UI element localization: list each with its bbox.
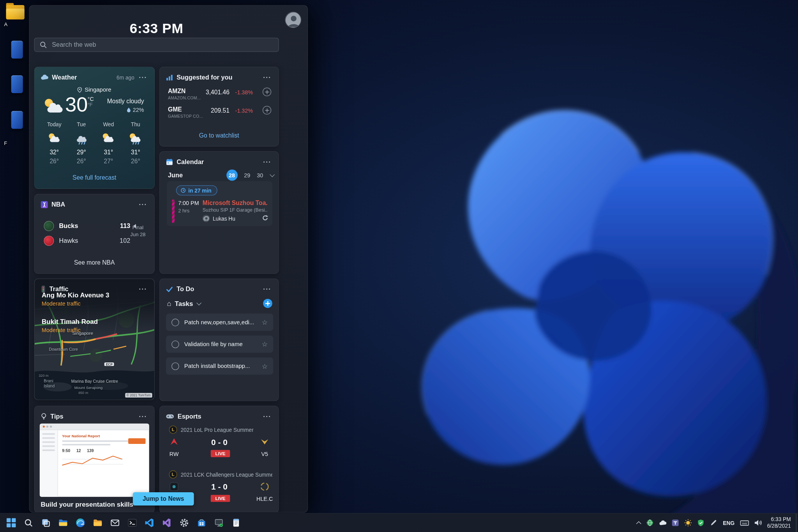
- stock-row[interactable]: AMZN AMAZON.COM... 3,401.46 -1.38%: [168, 88, 272, 104]
- calendar-widget[interactable]: Calendar ··· June 28 29 30 in: [159, 151, 279, 274]
- widget-menu-button[interactable]: ···: [262, 286, 272, 292]
- folder-button[interactable]: [89, 514, 106, 531]
- panel-clock: 6:33 PM: [34, 21, 279, 37]
- widget-menu-button[interactable]: ···: [262, 74, 272, 80]
- hidden-icons-chevron[interactable]: [636, 521, 641, 526]
- widget-title: To Do: [177, 285, 194, 292]
- refresh-icon[interactable]: [262, 215, 268, 223]
- go-to-watchlist-link[interactable]: Go to watchlist: [160, 132, 278, 139]
- widget-menu-button[interactable]: ···: [138, 414, 148, 419]
- stocks-widget[interactable]: Suggested for you ··· AMZN AMAZON.COM...…: [159, 67, 279, 147]
- team-shield-icon: [169, 482, 179, 492]
- desktop-folder-icon[interactable]: [6, 5, 25, 19]
- forecast-day[interactable]: Tue 29° 26°: [68, 121, 95, 165]
- desktop-app-tile[interactable]: [11, 111, 23, 129]
- teams-icon[interactable]: [671, 519, 679, 527]
- chevron-down-icon[interactable]: [197, 300, 202, 305]
- hawks-logo-icon: [44, 236, 54, 246]
- traffic-road-name: Bukit Timah Road: [42, 318, 98, 325]
- task-list-name[interactable]: Tasks: [175, 300, 193, 308]
- unit-fahrenheit[interactable]: °F: [88, 102, 94, 108]
- security-shield-icon[interactable]: [696, 519, 704, 527]
- visual-studio-button[interactable]: [158, 514, 175, 531]
- audio-devices-button[interactable]: [210, 514, 227, 531]
- onedrive-cloud-icon[interactable]: [658, 519, 666, 527]
- show-desktop-button[interactable]: [796, 514, 798, 532]
- weather-widget[interactable]: Weather 6m ago ··· Singapore 30 °C °F Mo…: [34, 67, 155, 189]
- traffic-road-status: Moderate traffic: [42, 300, 81, 307]
- widget-menu-button[interactable]: ···: [138, 74, 148, 80]
- jump-to-news-button[interactable]: Jump to News: [133, 492, 194, 505]
- map-label: 320 m: [39, 374, 48, 377]
- user-avatar[interactable]: [285, 12, 301, 28]
- traffic-widget[interactable]: Traffic ··· Ang Mo Kio Avenue 3 Moderate…: [34, 278, 155, 400]
- calendar-day-selected[interactable]: 28: [226, 170, 238, 181]
- forecast-day[interactable]: Today 32° 26°: [41, 121, 68, 165]
- widget-menu-button[interactable]: ···: [138, 286, 148, 292]
- todo-widget[interactable]: To Do ··· ⌂ Tasks Patch new,open,save,ed…: [159, 278, 279, 401]
- preview-sidebar: [40, 430, 58, 497]
- edge-button[interactable]: [72, 514, 89, 531]
- language-indicator[interactable]: ENG: [722, 520, 736, 526]
- task-checkbox[interactable]: [171, 318, 179, 326]
- task-view-button[interactable]: [37, 514, 54, 531]
- pen-icon[interactable]: [709, 519, 717, 527]
- web-search-bar[interactable]: [34, 38, 279, 52]
- forecast-day[interactable]: Wed 31° 27°: [95, 121, 122, 165]
- forecast-row: Today 32° 26° Tue 29° 26° Wed 31° 27°: [41, 121, 149, 165]
- game-team-row[interactable]: Hawks 102: [44, 235, 78, 246]
- add-to-watchlist-button[interactable]: [263, 88, 271, 96]
- partly-cloudy-icon: [45, 99, 64, 114]
- league-logo-icon: L: [169, 426, 177, 434]
- star-icon[interactable]: ☆: [262, 362, 268, 370]
- mail-button[interactable]: [106, 514, 124, 531]
- league-name: 2021 LCK Challengers League Summer: [181, 471, 272, 477]
- gear-icon: [179, 518, 189, 528]
- add-task-button[interactable]: [263, 299, 272, 308]
- file-explorer-button[interactable]: [55, 514, 72, 531]
- widget-menu-button[interactable]: ···: [138, 202, 148, 207]
- terminal-button[interactable]: [124, 514, 141, 531]
- attendee-avatar: [203, 215, 210, 222]
- calendar-day[interactable]: 29: [244, 172, 250, 178]
- keyboard-icon[interactable]: [740, 519, 749, 527]
- desktop-app-tile[interactable]: [11, 75, 23, 93]
- settings-button[interactable]: [176, 514, 193, 531]
- widget-title: Calendar: [177, 158, 204, 165]
- forecast-day[interactable]: Thu 31° 26°: [122, 121, 149, 165]
- start-button[interactable]: [3, 514, 20, 531]
- precipitation-value: 22%: [133, 107, 144, 113]
- calendar-event[interactable]: in 27 min 7:00 PM 2 hrs Microsoft Suzhou…: [167, 181, 272, 226]
- star-icon[interactable]: ☆: [262, 340, 268, 348]
- stock-change: -1.38%: [235, 89, 253, 95]
- see-more-nba-link[interactable]: See more NBA: [35, 259, 154, 266]
- game-team-row[interactable]: Bucks 113: [44, 221, 78, 232]
- vscode-button[interactable]: [141, 514, 158, 531]
- vscode-icon: [145, 518, 155, 528]
- calendar-month[interactable]: June: [168, 171, 183, 179]
- search-input[interactable]: [51, 41, 274, 49]
- add-to-watchlist-button[interactable]: [263, 106, 271, 115]
- notepad-button[interactable]: [228, 514, 245, 531]
- taskbar-clock[interactable]: 6:33 PM 6/28/2021: [767, 516, 791, 529]
- see-full-forecast-link[interactable]: See full forecast: [35, 174, 154, 181]
- sun-icon[interactable]: [684, 519, 692, 527]
- widget-menu-button[interactable]: ···: [262, 414, 272, 419]
- store-button[interactable]: [193, 514, 210, 531]
- calendar-day[interactable]: 30: [257, 172, 263, 178]
- globe-icon[interactable]: [646, 519, 654, 527]
- stock-row[interactable]: GME GAMESTOP CO... 209.51 -1.32%: [168, 106, 272, 122]
- task-item[interactable]: Validation file by name ☆: [166, 336, 274, 353]
- taskbar-search-button[interactable]: [20, 514, 37, 531]
- task-checkbox[interactable]: [171, 362, 179, 370]
- task-item[interactable]: Patch new,open,save,edi... ☆: [166, 314, 274, 331]
- task-checkbox[interactable]: [171, 340, 179, 348]
- task-item[interactable]: Patch install bootstrapp... ☆: [166, 357, 274, 375]
- unit-celsius[interactable]: °C: [88, 96, 94, 102]
- widget-menu-button[interactable]: ···: [262, 159, 272, 164]
- nba-widget[interactable]: NBA ··· Bucks 113 Hawks 102 Final Jun 28…: [34, 194, 155, 274]
- volume-icon[interactable]: [754, 519, 763, 527]
- chevron-down-icon[interactable]: [270, 172, 275, 177]
- desktop-app-tile[interactable]: [11, 41, 23, 58]
- star-icon[interactable]: ☆: [262, 318, 268, 326]
